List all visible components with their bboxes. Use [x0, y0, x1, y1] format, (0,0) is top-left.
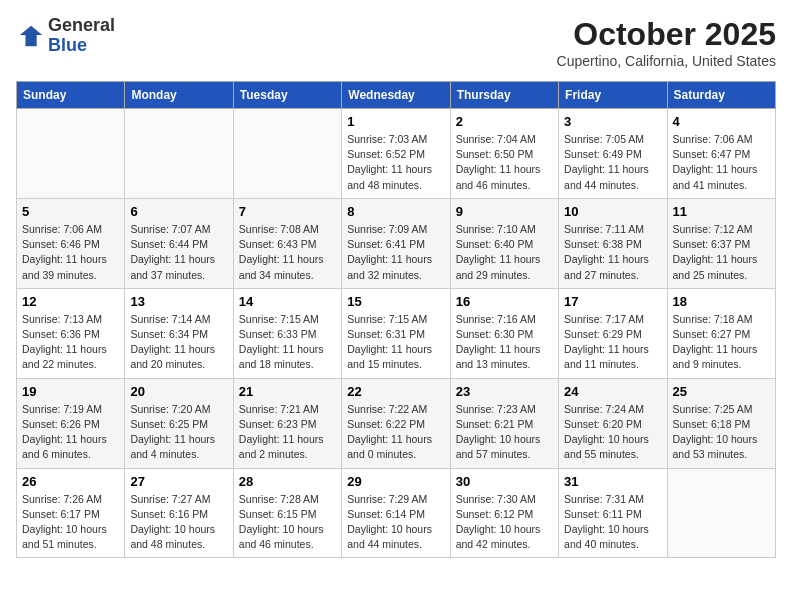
- day-number: 20: [130, 384, 227, 399]
- day-info: Sunrise: 7:16 AM Sunset: 6:30 PM Dayligh…: [456, 312, 553, 373]
- calendar-day-cell: 24Sunrise: 7:24 AM Sunset: 6:20 PM Dayli…: [559, 378, 667, 468]
- day-info: Sunrise: 7:11 AM Sunset: 6:38 PM Dayligh…: [564, 222, 661, 283]
- day-info: Sunrise: 7:05 AM Sunset: 6:49 PM Dayligh…: [564, 132, 661, 193]
- day-number: 16: [456, 294, 553, 309]
- calendar-week-row: 5Sunrise: 7:06 AM Sunset: 6:46 PM Daylig…: [17, 198, 776, 288]
- day-info: Sunrise: 7:30 AM Sunset: 6:12 PM Dayligh…: [456, 492, 553, 553]
- day-of-week-header: Thursday: [450, 82, 558, 109]
- page-header: General Blue October 2025 Cupertino, Cal…: [16, 16, 776, 69]
- location-subtitle: Cupertino, California, United States: [557, 53, 776, 69]
- title-block: October 2025 Cupertino, California, Unit…: [557, 16, 776, 69]
- calendar-day-cell: [17, 109, 125, 199]
- day-number: 7: [239, 204, 336, 219]
- day-info: Sunrise: 7:18 AM Sunset: 6:27 PM Dayligh…: [673, 312, 770, 373]
- day-info: Sunrise: 7:24 AM Sunset: 6:20 PM Dayligh…: [564, 402, 661, 463]
- logo-icon: [18, 22, 46, 50]
- day-info: Sunrise: 7:09 AM Sunset: 6:41 PM Dayligh…: [347, 222, 444, 283]
- calendar-day-cell: 26Sunrise: 7:26 AM Sunset: 6:17 PM Dayli…: [17, 468, 125, 558]
- calendar-week-row: 12Sunrise: 7:13 AM Sunset: 6:36 PM Dayli…: [17, 288, 776, 378]
- day-number: 25: [673, 384, 770, 399]
- logo-text: General Blue: [48, 16, 115, 56]
- day-number: 24: [564, 384, 661, 399]
- calendar-day-cell: 10Sunrise: 7:11 AM Sunset: 6:38 PM Dayli…: [559, 198, 667, 288]
- calendar-day-cell: 16Sunrise: 7:16 AM Sunset: 6:30 PM Dayli…: [450, 288, 558, 378]
- day-number: 9: [456, 204, 553, 219]
- day-info: Sunrise: 7:06 AM Sunset: 6:47 PM Dayligh…: [673, 132, 770, 193]
- calendar-day-cell: 28Sunrise: 7:28 AM Sunset: 6:15 PM Dayli…: [233, 468, 341, 558]
- day-number: 2: [456, 114, 553, 129]
- logo: General Blue: [16, 16, 115, 56]
- calendar-day-cell: 7Sunrise: 7:08 AM Sunset: 6:43 PM Daylig…: [233, 198, 341, 288]
- month-title: October 2025: [557, 16, 776, 53]
- day-info: Sunrise: 7:12 AM Sunset: 6:37 PM Dayligh…: [673, 222, 770, 283]
- calendar-day-cell: 17Sunrise: 7:17 AM Sunset: 6:29 PM Dayli…: [559, 288, 667, 378]
- day-of-week-header: Wednesday: [342, 82, 450, 109]
- day-info: Sunrise: 7:28 AM Sunset: 6:15 PM Dayligh…: [239, 492, 336, 553]
- day-number: 23: [456, 384, 553, 399]
- calendar-day-cell: 9Sunrise: 7:10 AM Sunset: 6:40 PM Daylig…: [450, 198, 558, 288]
- day-info: Sunrise: 7:15 AM Sunset: 6:33 PM Dayligh…: [239, 312, 336, 373]
- day-info: Sunrise: 7:07 AM Sunset: 6:44 PM Dayligh…: [130, 222, 227, 283]
- day-info: Sunrise: 7:08 AM Sunset: 6:43 PM Dayligh…: [239, 222, 336, 283]
- day-of-week-header: Monday: [125, 82, 233, 109]
- calendar-week-row: 26Sunrise: 7:26 AM Sunset: 6:17 PM Dayli…: [17, 468, 776, 558]
- svg-marker-0: [20, 26, 42, 47]
- day-number: 19: [22, 384, 119, 399]
- day-info: Sunrise: 7:14 AM Sunset: 6:34 PM Dayligh…: [130, 312, 227, 373]
- day-info: Sunrise: 7:04 AM Sunset: 6:50 PM Dayligh…: [456, 132, 553, 193]
- calendar-table: SundayMondayTuesdayWednesdayThursdayFrid…: [16, 81, 776, 558]
- calendar-day-cell: 4Sunrise: 7:06 AM Sunset: 6:47 PM Daylig…: [667, 109, 775, 199]
- day-number: 31: [564, 474, 661, 489]
- day-info: Sunrise: 7:10 AM Sunset: 6:40 PM Dayligh…: [456, 222, 553, 283]
- day-of-week-header: Sunday: [17, 82, 125, 109]
- day-info: Sunrise: 7:03 AM Sunset: 6:52 PM Dayligh…: [347, 132, 444, 193]
- calendar-day-cell: 15Sunrise: 7:15 AM Sunset: 6:31 PM Dayli…: [342, 288, 450, 378]
- day-info: Sunrise: 7:17 AM Sunset: 6:29 PM Dayligh…: [564, 312, 661, 373]
- day-number: 13: [130, 294, 227, 309]
- calendar-day-cell: 25Sunrise: 7:25 AM Sunset: 6:18 PM Dayli…: [667, 378, 775, 468]
- day-number: 8: [347, 204, 444, 219]
- day-of-week-header: Friday: [559, 82, 667, 109]
- calendar-day-cell: 6Sunrise: 7:07 AM Sunset: 6:44 PM Daylig…: [125, 198, 233, 288]
- calendar-day-cell: 29Sunrise: 7:29 AM Sunset: 6:14 PM Dayli…: [342, 468, 450, 558]
- calendar-day-cell: 2Sunrise: 7:04 AM Sunset: 6:50 PM Daylig…: [450, 109, 558, 199]
- day-number: 1: [347, 114, 444, 129]
- calendar-day-cell: 5Sunrise: 7:06 AM Sunset: 6:46 PM Daylig…: [17, 198, 125, 288]
- calendar-day-cell: 1Sunrise: 7:03 AM Sunset: 6:52 PM Daylig…: [342, 109, 450, 199]
- calendar-day-cell: [233, 109, 341, 199]
- calendar-day-cell: 13Sunrise: 7:14 AM Sunset: 6:34 PM Dayli…: [125, 288, 233, 378]
- day-info: Sunrise: 7:27 AM Sunset: 6:16 PM Dayligh…: [130, 492, 227, 553]
- day-number: 30: [456, 474, 553, 489]
- day-info: Sunrise: 7:25 AM Sunset: 6:18 PM Dayligh…: [673, 402, 770, 463]
- calendar-day-cell: 8Sunrise: 7:09 AM Sunset: 6:41 PM Daylig…: [342, 198, 450, 288]
- calendar-week-row: 1Sunrise: 7:03 AM Sunset: 6:52 PM Daylig…: [17, 109, 776, 199]
- day-of-week-header: Saturday: [667, 82, 775, 109]
- day-info: Sunrise: 7:15 AM Sunset: 6:31 PM Dayligh…: [347, 312, 444, 373]
- day-of-week-header: Tuesday: [233, 82, 341, 109]
- day-info: Sunrise: 7:23 AM Sunset: 6:21 PM Dayligh…: [456, 402, 553, 463]
- day-info: Sunrise: 7:26 AM Sunset: 6:17 PM Dayligh…: [22, 492, 119, 553]
- day-number: 22: [347, 384, 444, 399]
- day-info: Sunrise: 7:06 AM Sunset: 6:46 PM Dayligh…: [22, 222, 119, 283]
- calendar-body: 1Sunrise: 7:03 AM Sunset: 6:52 PM Daylig…: [17, 109, 776, 558]
- calendar-day-cell: 23Sunrise: 7:23 AM Sunset: 6:21 PM Dayli…: [450, 378, 558, 468]
- calendar-day-cell: 20Sunrise: 7:20 AM Sunset: 6:25 PM Dayli…: [125, 378, 233, 468]
- calendar-day-cell: 11Sunrise: 7:12 AM Sunset: 6:37 PM Dayli…: [667, 198, 775, 288]
- calendar-day-cell: [667, 468, 775, 558]
- calendar-day-cell: 12Sunrise: 7:13 AM Sunset: 6:36 PM Dayli…: [17, 288, 125, 378]
- day-number: 26: [22, 474, 119, 489]
- calendar-day-cell: 21Sunrise: 7:21 AM Sunset: 6:23 PM Dayli…: [233, 378, 341, 468]
- day-info: Sunrise: 7:29 AM Sunset: 6:14 PM Dayligh…: [347, 492, 444, 553]
- calendar-day-cell: 30Sunrise: 7:30 AM Sunset: 6:12 PM Dayli…: [450, 468, 558, 558]
- calendar-week-row: 19Sunrise: 7:19 AM Sunset: 6:26 PM Dayli…: [17, 378, 776, 468]
- day-info: Sunrise: 7:22 AM Sunset: 6:22 PM Dayligh…: [347, 402, 444, 463]
- day-number: 5: [22, 204, 119, 219]
- day-number: 21: [239, 384, 336, 399]
- day-number: 10: [564, 204, 661, 219]
- calendar-header-row: SundayMondayTuesdayWednesdayThursdayFrid…: [17, 82, 776, 109]
- day-number: 14: [239, 294, 336, 309]
- calendar-day-cell: 3Sunrise: 7:05 AM Sunset: 6:49 PM Daylig…: [559, 109, 667, 199]
- day-number: 6: [130, 204, 227, 219]
- day-info: Sunrise: 7:19 AM Sunset: 6:26 PM Dayligh…: [22, 402, 119, 463]
- day-number: 3: [564, 114, 661, 129]
